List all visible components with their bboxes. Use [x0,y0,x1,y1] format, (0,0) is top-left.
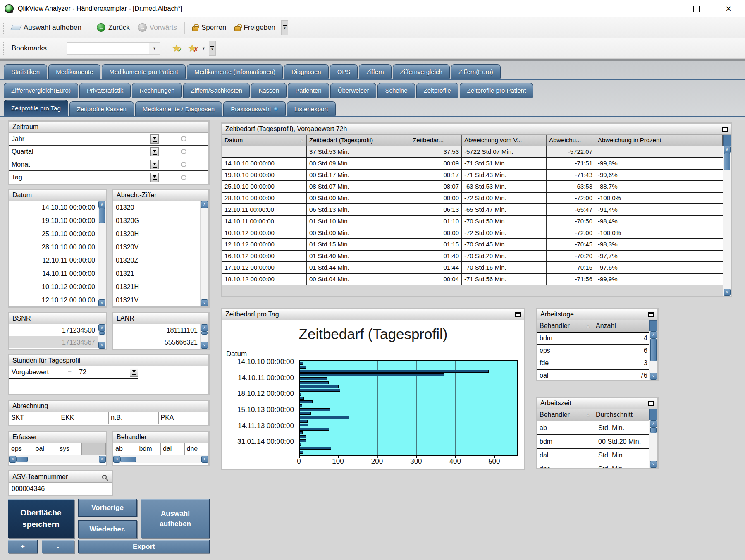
maximize-button[interactable] [680,4,712,13]
list-value[interactable]: 01320H [113,227,200,241]
multi-value[interactable] [82,443,106,455]
toolbar-overflow-button[interactable]: ▼ [209,41,216,56]
scroll-up-button[interactable]: ∧ [98,324,105,331]
scroll-up-button[interactable]: ∧ [201,201,208,208]
sheet-tab[interactable]: Patienten [288,83,329,98]
scroll-thumb[interactable] [724,153,730,170]
bar[interactable] [300,366,306,369]
sheet-tab[interactable]: Medikamente [48,64,100,79]
sheet-tab[interactable]: Zeitprofile pro Tag [4,100,68,116]
scroll-down-button[interactable]: ∨ [650,461,657,468]
list-value[interactable]: 14.10.11 00:00:00 [9,267,98,280]
scroll-right-button[interactable]: > [201,456,208,463]
sheet-tab[interactable]: Zeitprofile pro Patient [460,83,534,98]
bar[interactable] [300,424,308,426]
list-value[interactable]: 01320 [113,201,200,214]
list-value[interactable]: 555666321 [113,336,200,348]
behandler-scrollbar[interactable]: < > [113,455,208,463]
sheet-tab[interactable]: Statistiken [4,64,47,79]
scroll-left-button[interactable]: < [9,456,16,463]
bar[interactable] [300,389,340,392]
scroll-down-button[interactable]: ∨ [98,342,105,349]
sheet-tab[interactable]: Scheine [377,83,415,98]
column-header[interactable]: Anzahl [593,320,649,332]
table-row[interactable]: oal 76 [537,370,649,380]
column-header[interactable]: Datum ▲ [222,135,307,146]
zoom-out-button[interactable]: - [42,540,74,553]
radio-button[interactable] [181,136,186,141]
bar[interactable] [300,381,329,384]
table-row[interactable]: 19.10.10 00:00:00 00 Std.17 Min. 00:17 -… [222,170,723,181]
multi-value[interactable]: bdm [137,443,161,455]
scroll-down-button[interactable]: ∨ [201,299,208,306]
multi-value[interactable]: eps [9,443,33,455]
multi-value[interactable]: ab [113,443,137,455]
bar[interactable] [300,400,313,403]
column-header[interactable]: Behandler▲ [537,320,593,332]
scroll-up-button[interactable]: ∧ [650,420,657,427]
radio-button[interactable] [181,162,186,167]
sheet-tab[interactable]: Ziffern [359,64,391,79]
scroll-thumb[interactable] [201,331,208,335]
sheet-tab[interactable]: Überweiser [330,83,377,98]
bar[interactable] [300,447,331,450]
multi-value[interactable]: dal [161,443,185,455]
scroll-left-button[interactable]: < [113,456,120,463]
column-header[interactable]: Zeitbedar... [410,135,462,146]
bookmarks-combobox[interactable] [67,42,149,55]
column-header[interactable]: Abweichung vom V... [462,135,547,146]
scroll-thumb[interactable] [99,208,105,223]
sheet-tab[interactable]: Praxisauswahl [223,101,286,116]
scroll-down-button[interactable]: ∨ [201,342,208,349]
bar[interactable] [300,397,304,400]
zeitraum-field-label[interactable]: Quartal [9,148,150,156]
column-header[interactable]: Abweichu... [547,135,595,146]
clear-selection-big-button[interactable]: Auswahl aufheben [141,499,210,538]
list-value[interactable]: 14.10.10 00:00:00 [9,201,98,214]
erfasser-scrollbar[interactable]: < > [9,455,106,463]
multi-value[interactable]: SKT [9,412,59,424]
bar[interactable] [300,393,301,396]
bookmark-options-dropdown[interactable]: ▼ [202,46,205,50]
sheet-tab[interactable]: Ziffern/Sachkosten [183,83,250,98]
arbeitstage-scrollbar[interactable]: ∧ ∨ [649,320,657,380]
redo-button[interactable]: Wiederher. [78,520,137,538]
add-bookmark-button[interactable]: ★✓ [170,43,183,54]
scroll-up-button[interactable]: ∧ [724,146,731,153]
table-row[interactable]: 28.10.10 00:00:00 00 Std.00 Min. 00:00 -… [222,193,723,204]
multi-value[interactable]: sys [57,443,82,455]
scroll-thumb[interactable] [16,457,28,462]
table-row[interactable]: fde 3 [537,357,649,370]
sheet-tab[interactable]: Ziffern(Euro) [451,64,501,79]
list-value[interactable]: 01321H [113,280,200,294]
multi-value[interactable]: dne [185,443,209,455]
zeitraum-field-label[interactable]: Monat [9,161,150,168]
lanr-scrollbar[interactable]: ∧ ∨ [200,324,208,349]
sheet-tab[interactable]: Ziffernvergleich(Euro) [4,83,78,98]
list-value[interactable]: 01320Z [113,254,200,267]
list-value[interactable]: 171234567 [9,336,98,348]
bar[interactable] [300,416,349,419]
sheet-tab[interactable]: OPS [330,64,358,79]
bar[interactable] [300,408,330,411]
table-row[interactable]: 17.10.12 00:00:00 01 Std.44 Min. 01:44 -… [222,262,723,274]
dropdown-select-icon[interactable] [150,160,159,169]
bar[interactable] [300,362,303,365]
scroll-down-button[interactable]: ∨ [724,289,731,296]
arbeitszeit-scrollbar[interactable]: ∧ ∨ [649,409,657,468]
list-value[interactable]: 01320G [113,214,200,227]
scroll-thumb[interactable] [650,427,657,433]
list-value[interactable]: 01320V [113,241,200,254]
table-row[interactable]: 10.10.12 00:00:00 00 Std.00 Min. 00:00 -… [222,227,723,239]
sheet-tab[interactable]: Zeitprofile [416,83,458,98]
close-button[interactable]: × [712,1,745,17]
table-row[interactable]: bdm 4 [537,333,649,345]
dropdown-select-icon[interactable] [150,147,159,156]
maximize-panel-icon[interactable] [648,401,654,406]
bar[interactable] [300,420,308,423]
table-scrollbar[interactable]: ∧ ∨ [723,135,731,296]
sheet-tab[interactable]: Privatstatistik [79,83,131,98]
scroll-up-button[interactable]: ∧ [650,331,657,338]
zoom-in-button[interactable]: + [8,540,38,553]
table-row[interactable]: 14.10.11 00:00:00 01 Std.10 Min. 01:10 -… [222,216,723,227]
